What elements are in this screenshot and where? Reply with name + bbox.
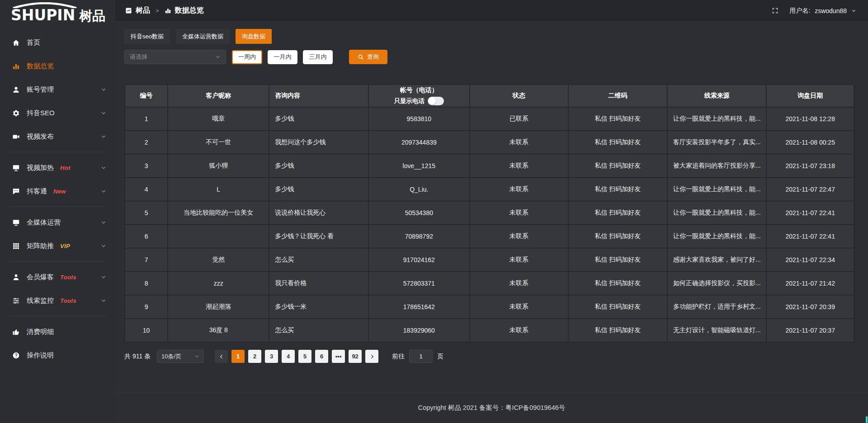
cell-source-link[interactable]: 如何正确选择投影仪，买投影... (667, 272, 766, 295)
cell-qrcode-link[interactable]: 私信 扫码加好友 (568, 248, 667, 272)
sidebar-item-clue-monitor[interactable]: 线索监控Tools (0, 289, 115, 312)
logo: SHUPIN 树品 (0, 0, 115, 27)
sidebar-item-douyin-seo[interactable]: 抖音SEO (0, 101, 115, 125)
cell-date: 2021-11-07 20:37 (766, 319, 854, 342)
cell-source-link[interactable]: 让你一眼就爱上的黑科技，能... (667, 225, 766, 248)
page-button-5[interactable]: 5 (298, 350, 311, 363)
bar-chart-icon (165, 7, 171, 14)
page-button-1[interactable]: 1 (231, 350, 245, 363)
copyright-text: Copyright 树品 2021 备案号：粤ICP备09019646号 (418, 404, 566, 412)
cell-source-link[interactable]: 让你一眼就爱上的黑科技，能... (667, 201, 766, 225)
filter-select-placeholder: 请选择 (130, 53, 147, 61)
sidebar-item-label: 矩阵助推 (27, 242, 54, 250)
sidebar-item-video-heating[interactable]: 视频加热Hot (0, 156, 115, 179)
topbar: 树品 > 数据总览 用户名: zswodun88 (115, 0, 868, 22)
cell-content: 多少钱 (269, 107, 368, 131)
page-ellipsis[interactable]: ••• (332, 350, 345, 363)
cell-source-link[interactable]: 被大家追着问的客厅投影分享... (667, 154, 766, 178)
tab-media-operation-data[interactable]: 全媒体运营数据 (176, 29, 230, 44)
cell-source-link[interactable]: 感谢大家喜欢我家，被问了好... (667, 248, 766, 272)
time-filter-one-week[interactable]: 一周内 (232, 50, 262, 64)
cell-serial: 10 (125, 319, 168, 342)
sidebar-item-badge: VIP (60, 243, 70, 249)
table-row: 7觉然怎么买917024162未联系私信 扫码加好友感谢大家喜欢我家，被问了好.… (125, 248, 854, 272)
page-button-3[interactable]: 3 (265, 350, 278, 363)
filter-select[interactable]: 请选择 (124, 50, 226, 64)
page-button-2[interactable]: 2 (248, 350, 261, 363)
cell-status: 未联系 (470, 295, 568, 319)
cell-account: 572803371 (368, 272, 470, 295)
cell-qrcode-link[interactable]: 私信 扫码加好友 (568, 154, 667, 178)
prev-page-button[interactable] (215, 350, 228, 363)
cell-source-link[interactable]: 无主灯设计，智能磁吸轨道灯... (667, 319, 766, 342)
cell-serial: 7 (125, 248, 168, 272)
time-filter-three-months[interactable]: 三月内 (303, 50, 333, 64)
page-button-6[interactable]: 6 (315, 350, 328, 363)
goto-page-input[interactable]: 1 (409, 350, 433, 363)
cell-source-link[interactable]: 让你一眼就爱上的黑科技，能... (667, 178, 766, 201)
breadcrumb-root[interactable]: 树品 (136, 6, 150, 15)
sidebar-item-member-baoke[interactable]: 会员爆客Tools (0, 265, 115, 289)
user-icon (12, 85, 20, 94)
chevron-down-icon (101, 87, 106, 92)
sidebar-item-operation-guide[interactable]: 操作说明 (0, 343, 115, 367)
cell-serial: 6 (125, 225, 168, 248)
sidebar-item-label: 操作说明 (27, 351, 54, 360)
cell-qrcode-link[interactable]: 私信 扫码加好友 (568, 319, 667, 342)
page-button-4[interactable]: 4 (282, 350, 295, 363)
cell-qrcode-link[interactable]: 私信 扫码加好友 (568, 178, 667, 201)
cell-account: 50534380 (368, 201, 470, 225)
username[interactable]: zswodun88 (815, 7, 847, 14)
sidebar-item-douketong[interactable]: 抖客通New (0, 179, 115, 203)
cell-content: 怎么买 (269, 248, 368, 272)
question-icon (12, 351, 20, 359)
cell-date: 2021-11-07 20:39 (766, 295, 854, 319)
tab-douyin-seo-data[interactable]: 抖音seo数据 (124, 29, 170, 44)
menu-divider (9, 207, 106, 207)
sidebar-item-consume-detail[interactable]: 消费明细 (0, 320, 115, 343)
cell-source-link[interactable]: 多功能护栏灯，适用于乡村文... (667, 295, 766, 319)
goto-label: 前往 (392, 352, 405, 361)
sidebar-item-label: 视频加热 (27, 164, 54, 172)
cell-nickname: 觉然 (168, 248, 269, 272)
cell-content: 多少钱 (269, 154, 368, 178)
cell-qrcode-link[interactable]: 私信 扫码加好友 (568, 295, 667, 319)
phone-only-toggle[interactable] (428, 97, 444, 105)
search-button[interactable]: 查询 (349, 50, 387, 64)
goto-suffix: 页 (437, 352, 443, 361)
fullscreen-icon[interactable] (772, 7, 778, 14)
cell-qrcode-link[interactable]: 私信 扫码加好友 (568, 272, 667, 295)
cell-qrcode-link[interactable]: 私信 扫码加好友 (568, 107, 667, 131)
cell-qrcode-link[interactable]: 私信 扫码加好友 (568, 225, 667, 248)
cell-status: 未联系 (470, 201, 568, 225)
tab-inquiry-data[interactable]: 询盘数据 (236, 29, 272, 44)
user-area: 用户名: zswodun88 (772, 7, 856, 15)
cell-nickname: 不可一世 (168, 131, 269, 154)
cell-source-link[interactable]: 让你一眼就爱上的黑科技，能... (667, 107, 766, 131)
scrollbar-thumb[interactable] (866, 416, 868, 423)
next-page-button[interactable] (365, 350, 378, 363)
sidebar-item-media-operation[interactable]: 全媒体运营 (0, 211, 115, 234)
sidebar-item-data-overview[interactable]: 数据总览 (0, 54, 115, 78)
phone-toggle-label: 只显示电话 (394, 97, 425, 105)
menu-divider (9, 152, 106, 152)
cell-status: 未联系 (470, 248, 568, 272)
cell-date: 2021-11-08 12:28 (766, 107, 854, 131)
cell-date: 2021-11-07 22:34 (766, 248, 854, 272)
cell-qrcode-link[interactable]: 私信 扫码加好友 (568, 201, 667, 225)
sidebar-item-account-manage[interactable]: 账号管理 (0, 78, 115, 101)
cell-nickname: zzz (168, 272, 269, 295)
page-size-select[interactable]: 10条/页 (157, 350, 204, 363)
sidebar-item-video-publish[interactable]: 视频发布 (0, 125, 115, 148)
cell-source-link[interactable]: 客厅安装投影半年多了，真实... (667, 131, 766, 154)
chevron-down-icon (101, 298, 106, 303)
sidebar-item-home[interactable]: 首页 (0, 31, 115, 54)
cell-content: 我只看价格 (269, 272, 368, 295)
chat-icon (12, 187, 20, 195)
cell-qrcode-link[interactable]: 私信 扫码加好友 (568, 131, 667, 154)
time-filter-one-month[interactable]: 一月内 (268, 50, 297, 64)
total-count: 共 911 条 (124, 352, 151, 361)
cell-status: 未联系 (470, 272, 568, 295)
sidebar-item-matrix-boost[interactable]: 矩阵助推VIP (0, 234, 115, 258)
page-button-92[interactable]: 92 (349, 350, 362, 363)
